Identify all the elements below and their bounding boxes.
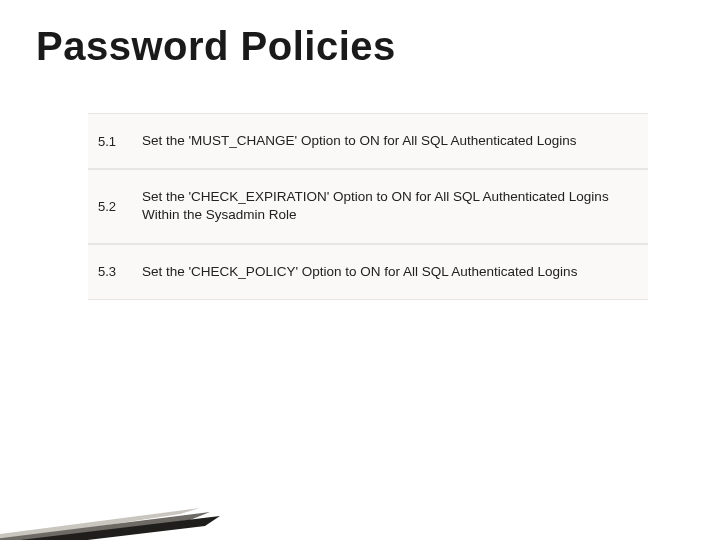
policy-desc: Set the 'CHECK_POLICY' Option to ON for … [132, 244, 648, 300]
policy-id: 5.1 [88, 113, 132, 169]
page-title: Password Policies [36, 24, 684, 69]
policy-desc: Set the 'MUST_CHANGE' Option to ON for A… [132, 113, 648, 169]
svg-marker-0 [0, 508, 200, 540]
table-row: 5.2 Set the 'CHECK_EXPIRATION' Option to… [88, 169, 648, 243]
svg-marker-2 [0, 516, 220, 540]
slide: Password Policies 5.1 Set the 'MUST_CHAN… [0, 0, 720, 540]
table-row: 5.3 Set the 'CHECK_POLICY' Option to ON … [88, 244, 648, 300]
policy-desc: Set the 'CHECK_EXPIRATION' Option to ON … [132, 169, 648, 243]
policy-table: 5.1 Set the 'MUST_CHANGE' Option to ON f… [88, 113, 648, 300]
policy-id: 5.2 [88, 169, 132, 243]
decorative-swoosh [0, 450, 230, 540]
svg-marker-1 [0, 512, 210, 540]
table-row: 5.1 Set the 'MUST_CHANGE' Option to ON f… [88, 113, 648, 169]
policy-id: 5.3 [88, 244, 132, 300]
